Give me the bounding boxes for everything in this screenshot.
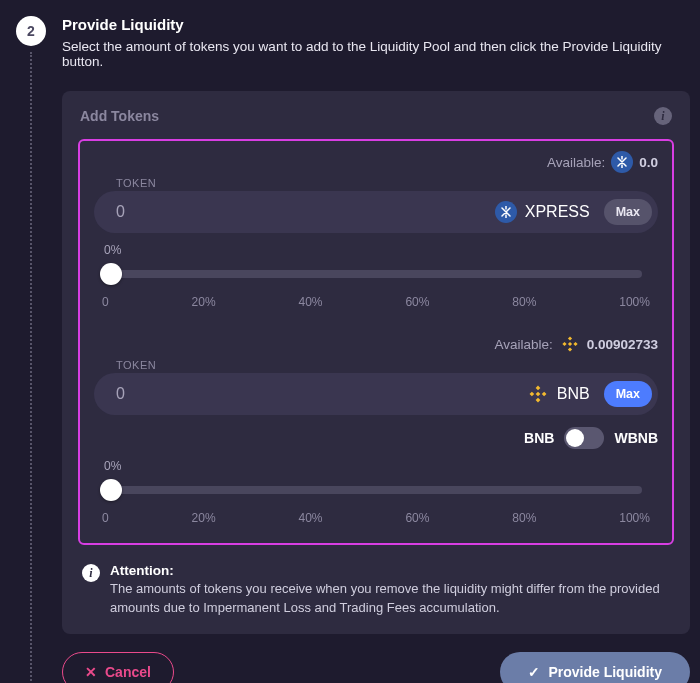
token-a-symbol: XPRESS [525, 203, 590, 221]
token-b-selector[interactable]: BNB [527, 383, 596, 405]
slider-thumb[interactable] [100, 479, 122, 501]
tick: 0 [102, 511, 109, 525]
svg-rect-7 [529, 392, 534, 397]
info-icon[interactable]: i [654, 107, 672, 125]
submit-label: Provide Liquidity [548, 664, 662, 680]
slider-track [110, 270, 642, 278]
token-b-slider[interactable] [100, 479, 652, 501]
token-b-label: TOKEN [94, 359, 658, 371]
token-a-slider-ticks: 0 20% 40% 60% 80% 100% [100, 295, 652, 309]
step-number-badge: 2 [16, 16, 46, 46]
tick: 0 [102, 295, 109, 309]
token-a-max-button[interactable]: Max [604, 199, 652, 225]
token-b-symbol: BNB [557, 385, 590, 403]
xpress-icon [495, 201, 517, 223]
tokens-frame: Available: 0.0 TOKEN XPRESS Max [78, 139, 674, 545]
token-a-amount-input[interactable] [116, 203, 487, 221]
provide-liquidity-button[interactable]: ✓ Provide Liquidity [500, 652, 690, 683]
attention-icon: i [82, 564, 100, 582]
token-a-slider-percent: 0% [100, 243, 652, 257]
svg-rect-9 [535, 392, 540, 397]
token-a-selector[interactable]: XPRESS [495, 201, 596, 223]
close-icon: ✕ [85, 664, 97, 680]
token-b-slider-ticks: 0 20% 40% 60% 80% 100% [100, 511, 652, 525]
svg-rect-2 [562, 342, 566, 346]
tick: 40% [299, 511, 323, 525]
token-b-input-row: BNB Max [94, 373, 658, 415]
tick: 20% [192, 295, 216, 309]
token-a-available-value: 0.0 [639, 155, 658, 170]
tick: 40% [299, 295, 323, 309]
toggle-bnb-label: BNB [524, 430, 554, 446]
svg-rect-6 [535, 398, 540, 403]
toggle-wbnb-label: WBNB [614, 430, 658, 446]
token-b-max-button[interactable]: Max [604, 381, 652, 407]
tick: 80% [512, 295, 536, 309]
tick: 20% [192, 511, 216, 525]
bnb-wbnb-toggle[interactable] [564, 427, 604, 449]
token-a-slider[interactable] [100, 263, 652, 285]
token-b-slider-percent: 0% [100, 459, 652, 473]
token-b-available-value: 0.00902733 [587, 337, 658, 352]
toggle-knob [566, 429, 584, 447]
attention-notice: i Attention: The amounts of tokens you r… [78, 559, 674, 618]
tick: 80% [512, 511, 536, 525]
token-a-input-row: XPRESS Max [94, 191, 658, 233]
svg-rect-1 [568, 347, 572, 351]
svg-rect-0 [568, 336, 572, 340]
svg-rect-5 [535, 386, 540, 391]
slider-track [110, 486, 642, 494]
bnb-icon [527, 383, 549, 405]
step-description: Select the amount of tokens you want to … [62, 39, 690, 69]
bnb-icon [559, 333, 581, 355]
token-b-amount-input[interactable] [116, 385, 519, 403]
tick: 60% [405, 511, 429, 525]
tick: 100% [619, 511, 650, 525]
add-tokens-card: Add Tokens i Available: 0.0 TOKEN [62, 91, 690, 634]
xpress-icon [611, 151, 633, 173]
attention-title: Attention: [110, 563, 670, 578]
tick: 60% [405, 295, 429, 309]
card-title: Add Tokens [80, 108, 159, 124]
token-b-available-label: Available: [494, 337, 552, 352]
check-icon: ✓ [528, 664, 540, 680]
cancel-button[interactable]: ✕ Cancel [62, 652, 174, 683]
token-a-available-label: Available: [547, 155, 605, 170]
svg-rect-4 [568, 342, 572, 346]
cancel-label: Cancel [105, 664, 151, 680]
svg-rect-3 [573, 342, 577, 346]
tick: 100% [619, 295, 650, 309]
slider-thumb[interactable] [100, 263, 122, 285]
token-a-label: TOKEN [94, 177, 658, 189]
attention-body: The amounts of tokens you receive when y… [110, 580, 670, 618]
svg-rect-8 [542, 392, 547, 397]
step-title: Provide Liquidity [62, 16, 690, 33]
step-connector [30, 52, 32, 683]
